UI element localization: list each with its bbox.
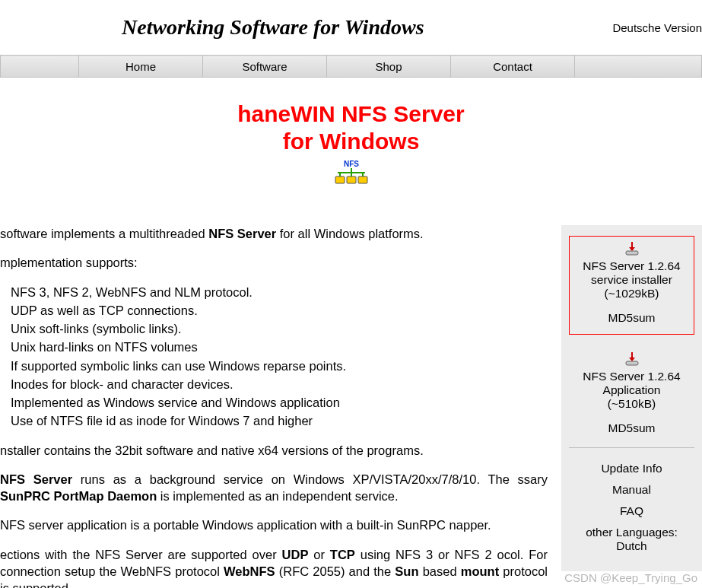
nfs-icon: NFS xyxy=(333,160,370,187)
site-title: Networking Software for Windows xyxy=(122,15,424,39)
installer-note: nstaller contains the 32bit software and… xyxy=(0,442,548,459)
text-bold: UDP xyxy=(282,548,309,561)
dl-size: (~1029kB) xyxy=(605,287,659,300)
nav-home[interactable]: Home xyxy=(79,56,203,78)
other-languages: other Languages: Dutch xyxy=(569,526,694,553)
md5-link[interactable]: MD5sum xyxy=(573,421,690,435)
main-content: software implements a multithreaded NFS … xyxy=(0,225,561,588)
text-bold: Sun xyxy=(395,564,418,578)
text-bold: NFS Server xyxy=(208,227,276,240)
text: or xyxy=(308,548,329,561)
other-lang-label: other Languages: xyxy=(586,526,678,539)
svg-rect-9 xyxy=(626,251,638,255)
text-bold: TCP xyxy=(330,548,355,561)
faq-link[interactable]: FAQ xyxy=(569,504,694,518)
download-app-link[interactable]: NFS Server 1.2.64 Application (~510kB) xyxy=(573,370,690,411)
intro-paragraph: software implements a multithreaded NFS … xyxy=(0,225,548,242)
text-bold: SunPRC PortMap Daemon xyxy=(0,489,157,503)
download-installer-link[interactable]: NFS Server 1.2.64 service installer (~10… xyxy=(574,259,689,300)
svg-rect-8 xyxy=(358,176,367,183)
text: software implements a multithreaded xyxy=(0,227,208,240)
feature-item: NFS 3, NFS 2, WebNFS and NLM protocol. xyxy=(11,284,548,300)
manual-link[interactable]: Manual xyxy=(569,483,694,497)
nav-spacer-left xyxy=(1,56,79,78)
download-app-box: NFS Server 1.2.64 Application (~510kB) M… xyxy=(569,351,694,448)
dl-title: NFS Server 1.2.64 xyxy=(583,370,680,383)
feature-list: NFS 3, NFS 2, WebNFS and NLM protocol. U… xyxy=(11,284,548,430)
text: based xyxy=(419,564,461,578)
text: for all Windows platforms. xyxy=(276,227,423,240)
svg-rect-12 xyxy=(626,361,638,365)
svg-rect-6 xyxy=(335,176,345,183)
main-nav: Home Software Shop Contact xyxy=(0,55,702,78)
nav-spacer-right xyxy=(575,56,702,78)
dl-size: (~510kB) xyxy=(608,397,656,410)
app-paragraph: NFS server application is a portable Win… xyxy=(0,516,548,533)
update-info-link[interactable]: Update Info xyxy=(569,462,694,475)
download-installer-box: NFS Server 1.2.64 service installer (~10… xyxy=(569,236,694,335)
dl-title: NFS Server 1.2.64 xyxy=(583,259,680,272)
svg-marker-14 xyxy=(629,358,635,361)
text: is implemented as an independent service… xyxy=(157,489,398,503)
feature-item: Unix soft-links (symbolic links). xyxy=(11,320,548,337)
other-lang-dutch[interactable]: Dutch xyxy=(616,539,647,552)
text: runs as a background service on Windows … xyxy=(72,472,548,486)
dl-subtitle: service installer xyxy=(591,273,672,286)
nav-contact[interactable]: Contact xyxy=(451,56,575,78)
download-sidebar: NFS Server 1.2.64 service installer (~10… xyxy=(561,225,702,571)
md5-link[interactable]: MD5sum xyxy=(574,311,689,325)
download-icon xyxy=(624,241,640,256)
impl-heading: mplementation supports: xyxy=(0,254,548,271)
page-title: haneWIN NFS Server for Windows NFS xyxy=(0,100,702,187)
page-title-line1: haneWIN NFS Server xyxy=(237,101,464,126)
text-bold: NFS Server xyxy=(0,472,72,486)
language-link[interactable]: Deutsche Version xyxy=(612,21,702,34)
nav-shop[interactable]: Shop xyxy=(327,56,451,78)
text-bold: mount xyxy=(461,564,499,578)
dl-subtitle: Application xyxy=(603,383,661,396)
feature-item: Use of NTFS file id as inode for Windows… xyxy=(11,412,548,429)
download-icon xyxy=(624,351,640,367)
svg-text:NFS: NFS xyxy=(344,160,359,168)
text-bold: WebNFS xyxy=(224,564,275,578)
text: (RFC 2055) and the xyxy=(275,564,395,578)
text: ections with the NFS Server are supporte… xyxy=(0,548,282,561)
nav-software[interactable]: Software xyxy=(203,56,327,78)
connections-paragraph: ections with the NFS Server are supporte… xyxy=(0,546,548,588)
page-title-line2: for Windows xyxy=(283,129,420,154)
service-paragraph: NFS Server runs as a background service … xyxy=(0,471,548,505)
feature-item: UDP as well as TCP connections. xyxy=(11,302,548,319)
svg-marker-11 xyxy=(629,247,635,251)
feature-item: Inodes for block- and character devices. xyxy=(11,376,548,393)
feature-item: Unix hard-links on NTFS volumes xyxy=(11,338,548,355)
svg-rect-7 xyxy=(347,176,356,183)
feature-item: Implemented as Windows service and Windo… xyxy=(11,394,548,411)
feature-item: If supported symbolic links can use Wind… xyxy=(11,358,548,374)
